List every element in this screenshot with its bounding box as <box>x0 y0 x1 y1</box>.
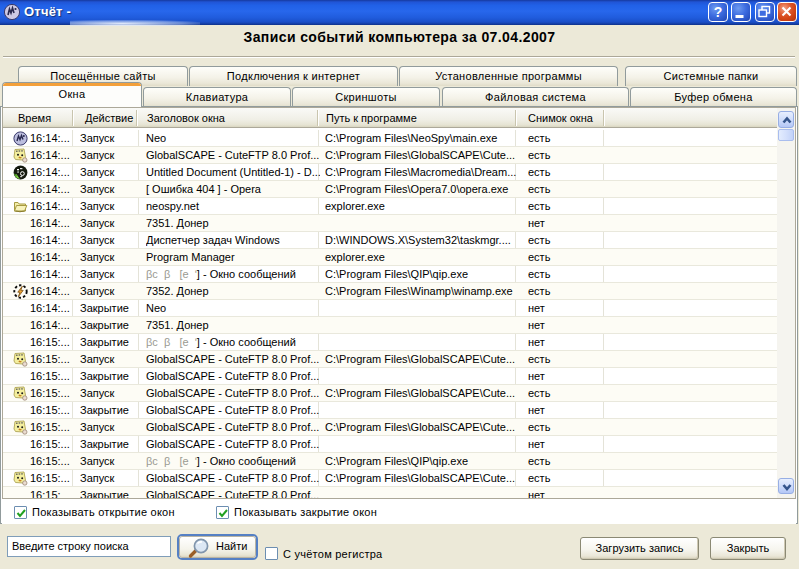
svg-text:?: ? <box>714 4 723 20</box>
